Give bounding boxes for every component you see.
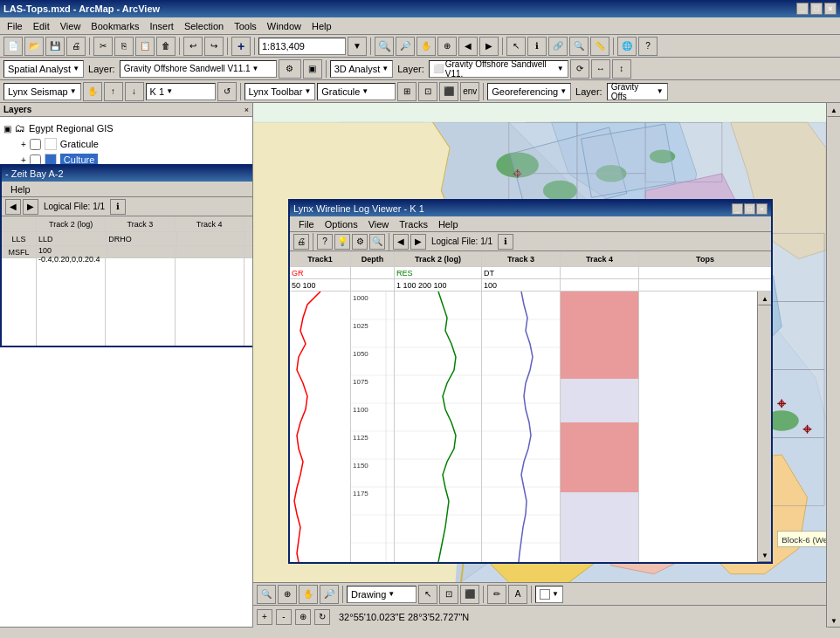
cut-button[interactable]: ✂ <box>93 37 113 56</box>
draw-pan-btn[interactable]: ✋ <box>299 585 318 604</box>
zeit-bay-menu-help[interactable]: Help <box>5 183 36 196</box>
minimize-button[interactable]: _ <box>796 3 809 15</box>
draw-select-btn[interactable]: 🔍 <box>257 585 276 604</box>
zeit-bay-next[interactable]: ▶ <box>23 199 38 215</box>
undo-button[interactable]: ↩ <box>183 37 203 56</box>
status-pan[interactable]: ⊕ <box>295 609 311 625</box>
lynx-refresh-btn[interactable]: ↺ <box>217 82 237 101</box>
spatial-analyst-dropdown[interactable]: Spatial Analyst ▼ <box>3 60 84 78</box>
back-button[interactable]: ◀ <box>458 37 478 56</box>
toc-expand-culture[interactable]: + <box>21 155 26 165</box>
map-scrollbar-vertical[interactable]: ▲ ▼ <box>826 103 840 628</box>
lynx-seismap-dropdown[interactable]: Lynx Seismap ▼ <box>3 83 81 100</box>
lynx-btn-3[interactable]: ↓ <box>125 82 144 101</box>
3d-btn-1[interactable]: ⟳ <box>570 59 589 79</box>
lynx-bulb[interactable]: 💡 <box>334 234 350 250</box>
menu-bookmarks[interactable]: Bookmarks <box>86 19 144 33</box>
draw-color-dropdown[interactable]: ▼ <box>535 586 563 603</box>
menu-edit[interactable]: Edit <box>28 19 55 33</box>
graticule-btn-2[interactable]: ⊡ <box>418 82 437 101</box>
draw-action-btn[interactable]: ⊡ <box>439 585 458 604</box>
globe-button[interactable]: 🌐 <box>617 37 637 56</box>
lynx-help-btn[interactable]: ? <box>317 234 333 250</box>
lynx-prev-file[interactable]: ◀ <box>393 234 409 250</box>
graticule-btn-3[interactable]: ⬛ <box>439 82 458 101</box>
layer-dropdown-2[interactable]: ⬜ Gravity Offshore Sandwell V11. ▼ <box>429 60 568 78</box>
menu-help[interactable]: Help <box>306 19 337 33</box>
print-button[interactable]: 🖨 <box>66 37 86 56</box>
help-button[interactable]: ? <box>638 37 658 56</box>
lynx-close[interactable]: × <box>756 203 768 215</box>
map-area[interactable]: Block-6 (West Wadi Dib) <box>253 103 826 628</box>
lynx-btn-1[interactable]: ✋ <box>83 82 102 101</box>
draw-text-btn[interactable]: A <box>508 585 527 604</box>
status-rotate[interactable]: ↻ <box>314 609 330 625</box>
lynx-file-info[interactable]: ℹ <box>498 234 513 250</box>
delete-button[interactable]: 🗑 <box>156 37 176 56</box>
zeit-bay-info[interactable]: ℹ <box>110 199 126 215</box>
menu-selection[interactable]: Selection <box>179 19 229 33</box>
graticule-btn-4[interactable]: env <box>460 82 479 101</box>
lynx-scrollbar[interactable]: ▲ ▼ <box>757 292 771 562</box>
lynx-settings[interactable]: ⚙ <box>352 234 368 250</box>
toc-expand-root[interactable]: ▣ <box>3 124 11 134</box>
identify-button[interactable]: ℹ <box>527 37 547 56</box>
k1-dropdown[interactable]: K 1 ▼ <box>146 83 216 100</box>
scale-input[interactable] <box>258 38 346 55</box>
lynx-toolbar-dropdown[interactable]: Lynx Toolbar ▼ <box>244 83 316 100</box>
open-button[interactable]: 📂 <box>24 37 44 56</box>
status-zoom-in[interactable]: + <box>257 609 272 625</box>
select-button[interactable]: ↖ <box>506 37 526 56</box>
lynx-menu-help[interactable]: Help <box>433 218 464 230</box>
lynx-scroll-up[interactable]: ▲ <box>758 292 771 305</box>
lynx-scroll-down[interactable]: ▼ <box>758 548 771 562</box>
toc-item-graticule[interactable]: + Graticule <box>21 136 249 152</box>
3d-btn-3[interactable]: ↕ <box>612 59 631 79</box>
layer-action-btn[interactable]: ▣ <box>303 59 322 79</box>
add-data-button[interactable]: + <box>231 37 251 56</box>
copy-button[interactable]: ⎘ <box>114 37 134 56</box>
draw-zoom-btn[interactable]: 🔎 <box>320 585 339 604</box>
zoom-out-button[interactable]: 🔎 <box>396 37 415 56</box>
lynx-next-file[interactable]: ▶ <box>410 234 426 250</box>
draw-measure-btn[interactable]: ⊕ <box>278 585 297 604</box>
redo-button[interactable]: ↪ <box>204 37 224 56</box>
forward-button[interactable]: ▶ <box>479 37 499 56</box>
new-button[interactable]: 📄 <box>3 37 23 56</box>
menu-window[interactable]: Window <box>262 19 306 33</box>
pan-button[interactable]: ✋ <box>417 37 436 56</box>
analyst3d-dropdown[interactable]: 3D Analyst ▼ <box>330 60 394 78</box>
menu-view[interactable]: View <box>55 19 86 33</box>
lynx-menu-options[interactable]: Options <box>320 218 363 230</box>
lynx-maximize[interactable]: □ <box>744 203 755 215</box>
georeferencing-dropdown[interactable]: Georeferencing ▼ <box>487 83 571 100</box>
toc-expand-graticule[interactable]: + <box>21 140 26 149</box>
graticule-btn-1[interactable]: ⊞ <box>397 82 417 101</box>
3d-btn-2[interactable]: ↔ <box>591 59 610 79</box>
draw-option-btn[interactable]: ⬛ <box>460 585 479 604</box>
maximize-button[interactable]: □ <box>810 3 823 15</box>
graticule-dropdown[interactable]: Graticule ▼ <box>317 83 396 100</box>
paste-button[interactable]: 📋 <box>135 37 155 56</box>
lynx-print[interactable]: 🖨 <box>293 234 309 250</box>
hyperlink-button[interactable]: 🔗 <box>548 37 568 56</box>
draw-cursor-btn[interactable]: ↖ <box>418 585 437 604</box>
menu-insert[interactable]: Insert <box>144 19 179 33</box>
scroll-up-button[interactable]: ▲ <box>827 103 840 117</box>
measure-button[interactable]: 📏 <box>590 37 609 56</box>
layer-options-btn[interactable]: ⚙ <box>279 59 301 79</box>
zeit-bay-prev[interactable]: ◀ <box>5 199 21 215</box>
draw-pen-btn[interactable]: ✏ <box>487 585 506 604</box>
toc-check-graticule[interactable] <box>30 139 41 150</box>
lynx-minimize[interactable]: _ <box>732 203 743 215</box>
close-button[interactable]: × <box>824 3 837 15</box>
lynx-btn-2[interactable]: ↑ <box>104 82 123 101</box>
layer-dropdown-3[interactable]: Gravity Offs ▼ <box>607 83 668 100</box>
lynx-menu-file[interactable]: File <box>293 218 320 230</box>
menu-file[interactable]: File <box>2 19 28 33</box>
toc-close-button[interactable]: × <box>244 106 249 114</box>
find-button[interactable]: 🔍 <box>569 37 589 56</box>
status-zoom-out[interactable]: - <box>276 609 292 625</box>
drawing-dropdown[interactable]: Drawing ▼ <box>347 586 417 603</box>
save-button[interactable]: 💾 <box>45 37 65 56</box>
